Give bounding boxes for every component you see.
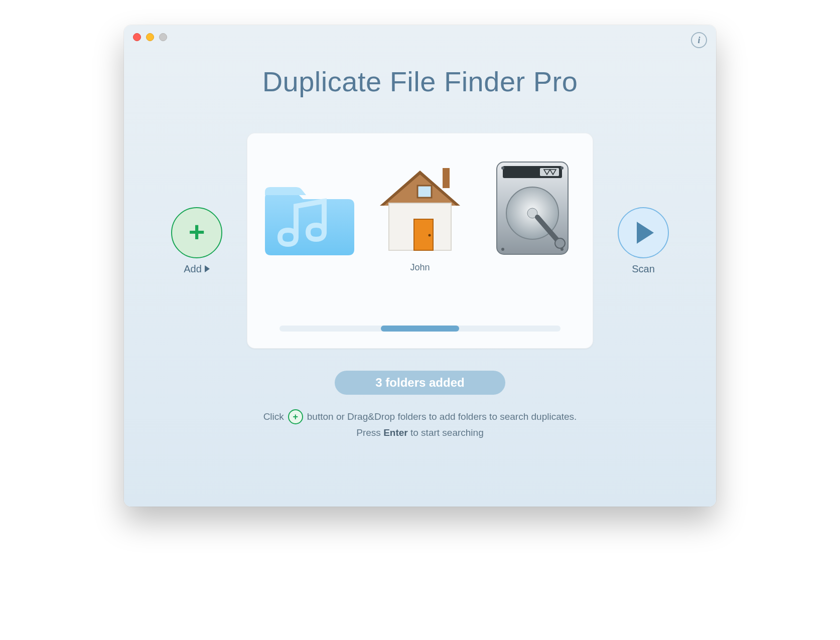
- hint-text-part: button or Drag&Drop folders to add folde…: [307, 409, 577, 425]
- selected-items: John: [257, 168, 583, 273]
- hint-line-1: Click + button or Drag&Drop folders to a…: [124, 409, 716, 425]
- carousel-scrollbar[interactable]: [279, 326, 561, 332]
- music-folder-icon: [260, 183, 355, 258]
- hint-text-part: Press: [356, 427, 381, 438]
- drop-card[interactable]: John: [247, 133, 593, 349]
- item-label: John: [410, 262, 430, 273]
- scrollbar-thumb[interactable]: [381, 326, 460, 332]
- caret-right-icon: [205, 265, 210, 272]
- hint-line-2: Press Enter to start searching: [124, 425, 716, 441]
- item-home[interactable]: John: [370, 158, 470, 273]
- info-button[interactable]: i: [691, 32, 707, 48]
- scan-label-row: Scan: [632, 263, 655, 275]
- item-hdd[interactable]: [482, 158, 583, 273]
- hint-text-part: Click: [263, 409, 284, 425]
- plus-icon-inline: +: [288, 409, 303, 424]
- scan-section: Scan: [608, 207, 678, 275]
- hint-text: Click + button or Drag&Drop folders to a…: [124, 409, 716, 441]
- close-window-button[interactable]: [133, 33, 141, 41]
- play-icon: [637, 222, 654, 244]
- svg-point-14: [501, 167, 504, 170]
- info-icon: i: [697, 35, 700, 46]
- svg-rect-3: [417, 186, 432, 198]
- svg-point-15: [561, 167, 564, 170]
- scan-button[interactable]: [618, 207, 669, 258]
- add-section: + Add: [162, 207, 232, 275]
- scan-label: Scan: [632, 263, 655, 275]
- svg-point-16: [501, 248, 504, 251]
- hard-drive-icon: [490, 158, 575, 258]
- add-button[interactable]: +: [171, 207, 222, 258]
- add-label-row: Add: [184, 263, 210, 275]
- add-label: Add: [184, 263, 202, 275]
- hint-key: Enter: [383, 427, 408, 438]
- svg-rect-6: [443, 168, 450, 188]
- plus-icon: +: [189, 218, 205, 246]
- window-controls: [133, 33, 167, 41]
- home-folder-icon: [370, 158, 470, 258]
- item-music-folder[interactable]: [257, 183, 358, 273]
- status-pill: 3 folders added: [335, 371, 505, 395]
- app-window: i Duplicate File Finder Pro + Add: [124, 25, 716, 507]
- svg-point-17: [561, 248, 564, 251]
- hint-text-part: to start searching: [410, 427, 484, 438]
- main-content: + Add: [124, 133, 716, 349]
- minimize-window-button[interactable]: [146, 33, 154, 41]
- svg-point-13: [555, 238, 565, 248]
- zoom-window-button[interactable]: [159, 33, 167, 41]
- svg-point-5: [429, 234, 431, 237]
- app-title: Duplicate File Finder Pro: [124, 65, 716, 98]
